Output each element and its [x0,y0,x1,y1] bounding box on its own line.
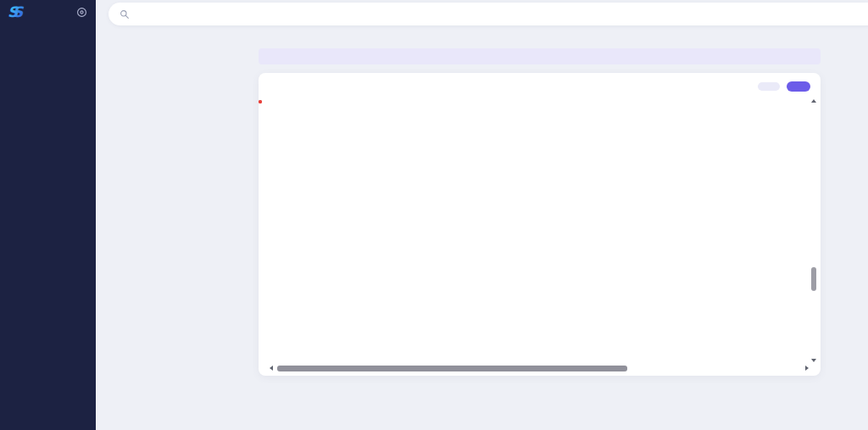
scroll-right-arrow-icon[interactable] [805,366,809,371]
topbar [96,0,868,28]
editor-card [259,73,821,376]
horizontal-scrollbar[interactable] [270,365,809,372]
vertical-scrollbar[interactable] [810,99,818,362]
scroll-down-arrow-icon[interactable] [811,359,816,362]
code-editor[interactable] [259,98,821,373]
back-button[interactable] [758,82,780,91]
sidebar-pin-toggle-icon[interactable] [76,7,87,18]
svg-text:S: S [8,3,19,20]
app-logo-icon[interactable]: S S [7,3,27,20]
sidebar: S S [0,0,96,430]
content [259,40,821,376]
highlight-box-outer [259,100,262,103]
search-bar[interactable] [108,3,868,25]
horizontal-scrollbar-thumb[interactable] [277,366,627,371]
editor-card-header [259,73,821,98]
save-button[interactable] [787,81,810,92]
template-path-bar [259,48,821,64]
search-input[interactable] [136,9,391,19]
highlight-box-inner [259,100,262,103]
scroll-up-arrow-icon[interactable] [811,99,816,103]
search-icon [120,9,130,20]
vertical-scrollbar-thumb[interactable] [811,267,816,291]
scroll-left-arrow-icon[interactable] [270,366,273,371]
sidebar-header: S S [0,0,96,22]
main-area [96,0,868,430]
